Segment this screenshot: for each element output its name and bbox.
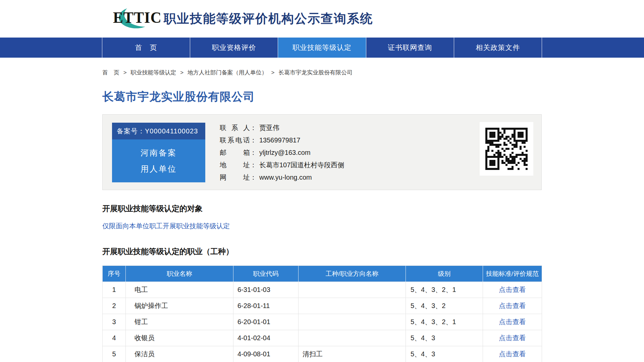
contact-website-value: www.yu-long.com — [259, 174, 312, 181]
cell-levels: 5、4、3、2、1 — [406, 314, 483, 330]
cell-job-code: 6-28-01-11 — [233, 298, 299, 314]
cell-levels: 5、4、3、2、1 — [406, 282, 483, 298]
col-header-index: 序号 — [103, 266, 126, 282]
contact-info: 联系人： 贾亚伟 联系电话： 13569979817 邮箱： yljtrlzy@… — [220, 122, 344, 184]
cell-job-name: 保洁员 — [126, 346, 233, 362]
record-number-bar: 备案号： Y000041100023 — [112, 123, 205, 139]
nav-item-cert-query[interactable]: 证书联网查询 — [366, 38, 454, 58]
cell-levels: 5、4、3 — [406, 330, 483, 346]
logo-text: ETTIC — [113, 8, 162, 26]
col-header-job-name: 职业名称 — [126, 266, 233, 282]
cell-direction — [299, 314, 406, 330]
view-standard-link[interactable]: 点击查看 — [499, 350, 526, 358]
breadcrumb-home[interactable]: 首 页 — [102, 69, 119, 76]
contact-phone-label: 联系电话 — [220, 136, 250, 145]
record-type-badge: 河南备案 用人单位 — [112, 139, 205, 182]
contact-address-value: 长葛市107国道杜村寺段西侧 — [259, 161, 344, 170]
colon: ： — [250, 136, 257, 145]
nav-item-skill-level[interactable]: 职业技能等级认定 — [278, 38, 366, 58]
col-header-standard: 技能标准/评价规范 — [483, 266, 542, 282]
view-standard-link[interactable]: 点击查看 — [499, 318, 526, 325]
breadcrumb-skill-level[interactable]: 职业技能等级认定 — [130, 69, 176, 76]
breadcrumb-separator: > — [271, 69, 275, 76]
cell-index: 5 — [103, 346, 126, 362]
cell-index: 4 — [103, 330, 126, 346]
cell-index: 2 — [103, 298, 126, 314]
cell-levels: 5、4、3、2 — [406, 298, 483, 314]
col-header-direction: 工种/职业方向名称 — [299, 266, 406, 282]
colon: ： — [250, 173, 257, 182]
main-navbar: 首 页 职业资格评价 职业技能等级认定 证书联网查询 相关政策文件 — [0, 38, 644, 58]
record-number-label: 备案号： — [117, 127, 145, 136]
contact-person-row: 联系人： 贾亚伟 — [220, 122, 344, 134]
breadcrumb-separator: > — [180, 69, 183, 76]
record-province: 河南备案 — [141, 147, 177, 158]
table-row: 3 钳工 6-20-01-01 5、4、3、2、1 点击查看 — [103, 314, 542, 330]
page-header: ETTIC 职业技能等级评价机构公示查询系统 — [0, 0, 644, 38]
cell-direction: 清扫工 — [299, 346, 406, 362]
contact-email-label: 邮箱 — [220, 148, 250, 157]
contact-phone-value: 13569979817 — [259, 136, 300, 144]
page-title: 长葛市宇龙实业股份有限公司 — [102, 90, 542, 103]
contact-phone-row: 联系电话： 13569979817 — [220, 134, 344, 146]
record-number-value: Y000041100023 — [145, 127, 198, 135]
site-title: 职业技能等级评价机构公示查询系统 — [164, 10, 373, 27]
colon: ： — [250, 123, 257, 132]
record-unit-type: 用人单位 — [141, 164, 177, 174]
breadcrumb-separator: > — [123, 69, 127, 76]
breadcrumb: 首 页 > 职业技能等级认定 > 地方人社部门备案（用人单位） > 长葛市宇龙实… — [102, 69, 542, 76]
table-row: 2 锅炉操作工 6-28-01-11 5、4、3、2 点击查看 — [103, 298, 542, 314]
cell-levels: 5、4、3 — [406, 346, 483, 362]
table-row: 4 收银员 4-01-02-04 5、4、3 点击查看 — [103, 330, 542, 346]
cell-index: 3 — [103, 314, 126, 330]
table-row: 5 保洁员 4-09-08-01 清扫工 5、4、3 点击查看 — [103, 346, 542, 362]
contact-website-row: 网址： www.yu-long.com — [220, 171, 344, 184]
cell-job-code: 6-20-01-01 — [233, 314, 299, 330]
nav-item-policy-docs[interactable]: 相关政策文件 — [454, 38, 542, 58]
contact-website-label: 网址 — [220, 173, 250, 182]
breadcrumb-record-category[interactable]: 地方人社部门备案（用人单位） — [187, 69, 267, 76]
table-row: 1 电工 6-31-01-03 5、4、3、2、1 点击查看 — [103, 282, 542, 298]
jobs-table: 序号 职业名称 职业代码 工种/职业方向名称 级别 技能标准/评价规范 1 电工… — [102, 265, 542, 362]
cell-index: 1 — [103, 282, 126, 298]
record-badge: 备案号： Y000041100023 河南备案 用人单位 — [112, 123, 205, 182]
table-header-row: 序号 职业名称 职业代码 工种/职业方向名称 级别 技能标准/评价规范 — [103, 266, 542, 282]
view-standard-link[interactable]: 点击查看 — [499, 302, 526, 309]
nav-item-qualification-eval[interactable]: 职业资格评价 — [190, 38, 278, 58]
contact-person-label: 联系人 — [220, 123, 250, 132]
qr-code — [480, 122, 533, 176]
ettic-logo[interactable]: ETTIC — [102, 5, 158, 32]
cell-job-code: 4-09-08-01 — [233, 346, 299, 362]
view-standard-link[interactable]: 点击查看 — [499, 286, 526, 293]
target-scope-link[interactable]: 仅限面向本单位职工开展职业技能等级认定 — [102, 222, 542, 230]
target-section-heading: 开展职业技能等级认定的对象 — [102, 204, 542, 213]
cell-direction — [299, 330, 406, 346]
cell-direction — [299, 298, 406, 314]
col-header-levels: 级别 — [406, 266, 483, 282]
contact-address-row: 地址： 长葛市107国道杜村寺段西侧 — [220, 159, 344, 171]
cell-job-code: 6-31-01-03 — [233, 282, 299, 298]
nav-item-home[interactable]: 首 页 — [102, 38, 190, 58]
contact-person-value: 贾亚伟 — [259, 123, 279, 132]
jobs-section-heading: 开展职业技能等级认定的职业（工种） — [102, 247, 542, 256]
colon: ： — [250, 161, 257, 170]
colon: ： — [250, 148, 257, 157]
view-standard-link[interactable]: 点击查看 — [499, 334, 526, 342]
cell-job-name: 电工 — [126, 282, 233, 298]
cell-job-name: 钳工 — [126, 314, 233, 330]
contact-email-row: 邮箱： yljtrlzy@163.com — [220, 146, 344, 159]
company-info-card: 备案号： Y000041100023 河南备案 用人单位 联系人： 贾亚伟 联系… — [102, 114, 542, 190]
cell-job-name: 锅炉操作工 — [126, 298, 233, 314]
cell-direction — [299, 282, 406, 298]
contact-email-value: yljtrlzy@163.com — [259, 149, 311, 157]
cell-job-code: 4-01-02-04 — [233, 330, 299, 346]
contact-address-label: 地址 — [220, 161, 250, 170]
breadcrumb-current-company: 长葛市宇龙实业股份有限公司 — [278, 69, 353, 76]
cell-job-name: 收银员 — [126, 330, 233, 346]
col-header-job-code: 职业代码 — [233, 266, 299, 282]
